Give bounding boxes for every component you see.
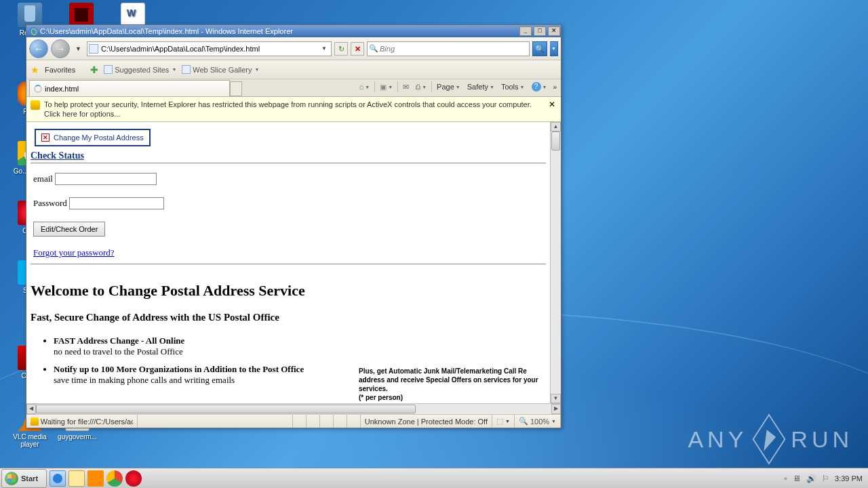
address-input[interactable] [101, 45, 319, 53]
system-tray: « 🖥 🔊 ⚐ 3:39 PM [784, 474, 868, 483]
login-form: email Password Edit/Check Order Forgot y… [31, 163, 546, 264]
infobar-message: To help protect your security, Internet … [44, 100, 543, 119]
windows-logo-icon [5, 472, 18, 485]
tray-clock[interactable]: 3:39 PM [835, 474, 863, 483]
back-button[interactable]: ← [29, 39, 48, 58]
suggested-sites-link[interactable]: Suggested Sites ▼ [104, 65, 176, 74]
change-postal-address-button[interactable]: ✕ Change My Postal Address [35, 129, 151, 146]
security-infobar[interactable]: To help protect your security, Internet … [26, 97, 561, 122]
check-status-link[interactable]: Check Status [31, 150, 84, 161]
tools-menu[interactable]: Tools▼ [499, 81, 527, 92]
page-menu[interactable]: Page▼ [435, 81, 462, 92]
add-favorite-icon[interactable]: ✚ [90, 64, 98, 75]
scroll-thumb[interactable] [551, 131, 560, 150]
page-content: ✕ Change My Postal Address Check Status … [26, 122, 550, 403]
zoom-control[interactable]: 🔍 100% ▼ [515, 415, 561, 428]
feeds-button[interactable]: ▣▼ [378, 81, 395, 93]
search-go-button[interactable]: 🔍 [532, 41, 547, 56]
email-field[interactable] [55, 173, 157, 185]
taskbar-vlc[interactable] [87, 470, 104, 487]
status-bar: Waiting for file:///C:/Users/ad Unknown … [26, 414, 561, 428]
tray-network-icon[interactable]: 🖥 [793, 474, 801, 483]
status-zone: Unknown Zone | Protected Mode: Off [361, 415, 492, 428]
nav-toolbar: ← → ▼ ▼ ↻ ✕ 🔍 🔍 ▼ [26, 37, 561, 60]
tab-title: index.html [45, 85, 79, 93]
titlebar[interactable]: C:\Users\admin\AppData\Local\Temp\index.… [26, 25, 561, 37]
scroll-thumb[interactable] [36, 405, 416, 413]
favorites-star-icon[interactable]: ★ [31, 64, 39, 75]
favorites-bar: ★ Favorites ✚ Suggested Sites ▼ Web Slic… [26, 60, 561, 79]
tray-volume-icon[interactable]: 🔊 [806, 474, 816, 483]
ie-window: C:\Users\admin\AppData\Local\Temp\index.… [26, 24, 561, 428]
shield-icon [31, 100, 40, 110]
tab-bar: index.html ⌂▼ ▣▼ ✉ ⎙▼ Page▼ Safety▼ Tool… [26, 79, 561, 97]
start-button[interactable]: Start [1, 469, 47, 488]
taskbar-ie[interactable] [50, 470, 66, 487]
app-icon [18, 3, 42, 27]
ie-icon [29, 27, 37, 35]
print-button[interactable]: ⎙▼ [414, 81, 429, 92]
status-waiting: Waiting for file:///C:/Users/ad [41, 418, 133, 426]
app-icon [121, 3, 145, 27]
stop-button[interactable]: ✕ [351, 42, 364, 56]
address-bar[interactable]: ▼ [87, 41, 332, 56]
page-icon [182, 65, 191, 74]
forward-button[interactable]: → [51, 39, 70, 58]
tray-expand-icon[interactable]: « [784, 475, 787, 482]
search-input[interactable] [380, 45, 529, 53]
search-provider-dropdown[interactable]: ▼ [550, 41, 558, 56]
search-box[interactable]: 🔍 [367, 41, 530, 56]
edit-check-order-button[interactable]: Edit/Check Order [33, 222, 105, 237]
taskbar: Start « 🖥 🔊 ⚐ 3:39 PM [0, 468, 868, 488]
broken-image-icon: ✕ [41, 134, 50, 142]
help-button[interactable]: ?▼ [530, 81, 549, 93]
taskbar-chrome[interactable] [106, 470, 123, 487]
page-icon [104, 65, 113, 74]
safety-menu[interactable]: Safety▼ [465, 81, 496, 92]
status-popup[interactable]: ⬚▼ [492, 415, 515, 428]
window-title: C:\Users\admin\AppData\Local\Temp\index.… [40, 27, 293, 35]
password-label: Password [33, 198, 67, 208]
web-slice-link[interactable]: Web Slice Gallery ▼ [182, 65, 259, 74]
search-icon: 🔍 [368, 44, 380, 53]
taskbar-explorer[interactable] [68, 470, 85, 487]
minimize-button[interactable]: _ [519, 26, 532, 36]
tab-index[interactable]: index.html [29, 80, 230, 96]
page-subheading: Fast, Secure Change of Address with the … [31, 312, 546, 323]
new-tab-button[interactable] [230, 81, 242, 96]
refresh-button[interactable]: ↻ [334, 42, 348, 56]
read-mail-button[interactable]: ✉ [401, 81, 411, 93]
tray-flag-icon[interactable]: ⚐ [822, 474, 829, 483]
page-icon [89, 44, 98, 54]
close-button[interactable]: ✕ [548, 26, 560, 36]
infobar-close-icon[interactable]: ✕ [547, 100, 557, 109]
email-label: email [33, 174, 53, 184]
anyrun-watermark: ANY RUN [688, 424, 853, 454]
recent-dropdown[interactable]: ▼ [73, 45, 84, 52]
horizontal-scrollbar[interactable]: ◀ ▶ [26, 403, 561, 414]
favorites-label[interactable]: Favorites [45, 66, 75, 74]
list-item: Notify up to 100 More Organizations in A… [54, 364, 379, 386]
address-dropdown[interactable]: ▼ [319, 45, 330, 52]
promo-text: Plus, get Automatic Junk Mail/Telemarket… [359, 367, 550, 402]
password-field[interactable] [69, 197, 164, 209]
loading-icon [34, 85, 42, 93]
shield-icon [31, 418, 39, 426]
vertical-scrollbar[interactable]: ▲ ▼ [550, 122, 561, 403]
list-item: FAST Address Change - All Onlineno need … [54, 336, 379, 357]
app-icon [69, 3, 94, 27]
maximize-button[interactable]: □ [534, 26, 546, 36]
taskbar-opera[interactable] [125, 470, 142, 487]
feature-list: FAST Address Change - All Onlineno need … [54, 336, 379, 386]
home-button[interactable]: ⌂▼ [357, 81, 372, 92]
chevron-more-icon[interactable]: » [551, 82, 558, 92]
forgot-password-link[interactable]: Forgot your password? [33, 247, 115, 258]
page-heading: Welcome to Change Postal Address Service [31, 282, 546, 300]
